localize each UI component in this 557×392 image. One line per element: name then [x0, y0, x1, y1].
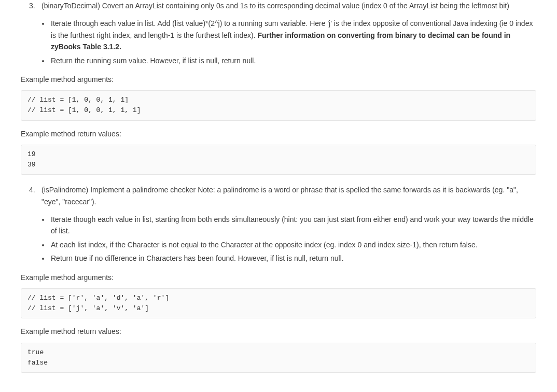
question-description: Implement a palindrome checker Note: a p…	[41, 186, 518, 205]
question-number: 4.	[29, 184, 35, 195]
example-returns-label: Example method return values:	[21, 326, 536, 337]
example-returns-code: true false	[21, 343, 536, 373]
example-args-code: // list = [1, 0, 0, 1, 1] // list = [1, …	[21, 90, 536, 120]
example-args-label: Example method arguments:	[21, 272, 536, 283]
question-number: 3.	[29, 0, 35, 11]
example-args-code: // list = ['r', 'a', 'd', 'a', 'r'] // l…	[21, 288, 536, 318]
example-args-label: Example method arguments:	[21, 74, 536, 85]
example-returns-label: Example method return values:	[21, 128, 536, 139]
document-content: 3. (binaryToDecimal) Covert an ArrayList…	[21, 0, 536, 373]
question-title: (binaryToDecimal)	[41, 2, 100, 10]
example-returns-code: 19 39	[21, 145, 536, 175]
question-4-bullets: Iterate though each value in list, start…	[21, 214, 536, 264]
question-3-item: 3. (binaryToDecimal) Covert an ArrayList…	[41, 0, 536, 11]
bullet-item: Iterate through each value in list. Add …	[50, 18, 536, 52]
bullet-item: Return the running sum value. However, i…	[50, 55, 536, 66]
question-3: 3. (binaryToDecimal) Covert an ArrayList…	[21, 0, 536, 11]
bullet-item: Iterate though each value in list, start…	[50, 214, 536, 237]
bullet-item: Return true if no difference in Characte…	[50, 253, 536, 264]
question-4: 4. (isPalindrome) Implement a palindrome…	[21, 184, 536, 207]
question-4-item: 4. (isPalindrome) Implement a palindrome…	[41, 184, 536, 207]
question-title: (isPalindrome)	[41, 186, 88, 194]
question-3-bullets: Iterate through each value in list. Add …	[21, 18, 536, 66]
question-description: Covert an ArrayList containing only 0s a…	[100, 2, 509, 10]
bullet-item: At each list index, if the Character is …	[50, 239, 536, 250]
